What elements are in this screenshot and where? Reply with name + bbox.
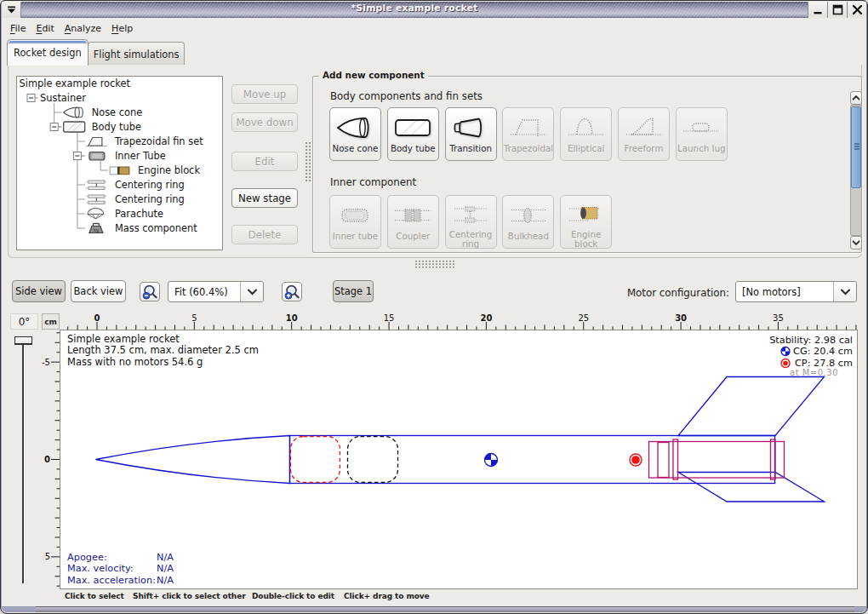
add-coupler-button[interactable]: Coupler: [387, 195, 439, 249]
svg-text:-5: -5: [42, 358, 50, 367]
status-hint: Click to select: [65, 592, 124, 600]
shock-cord-outline[interactable]: [348, 437, 398, 483]
scrollbar-down-button[interactable]: [850, 236, 862, 250]
tree-item-inner-tube[interactable]: Inner Tube: [73, 150, 165, 162]
motor-select-arrow[interactable]: [833, 282, 856, 301]
add-engine-block-button[interactable]: Engine block: [560, 195, 612, 249]
add-freeform-button[interactable]: Freeform: [618, 107, 670, 161]
svg-text:0: 0: [94, 313, 100, 323]
menu-edit[interactable]: Edit: [31, 20, 59, 37]
back-view-button[interactable]: Back view: [71, 280, 126, 302]
scrollbar-thumb[interactable]: [851, 106, 861, 188]
tab-flight-simulations[interactable]: Flight simulations: [88, 42, 186, 66]
cp-legend-icon: [781, 359, 790, 368]
flight-data-label: Max. velocity:: [67, 563, 134, 574]
stage-1-toggle[interactable]: Stage 1: [333, 280, 374, 302]
move-up-button[interactable]: Move up: [231, 84, 298, 104]
move-down-button[interactable]: Move down: [231, 112, 298, 132]
zoom-level-value: Fit (60.4%): [168, 282, 240, 301]
add-bulkhead-button[interactable]: Bulkhead: [502, 195, 554, 249]
zoom-level-select[interactable]: Fit (60.4%): [168, 281, 264, 302]
add-inner-tube-button[interactable]: Inner tube: [329, 195, 381, 249]
zoom-select-arrow[interactable]: [240, 282, 263, 301]
window-menu-button[interactable]: [2, 2, 21, 18]
rocket-view-canvas[interactable]: Simple example rocketLength 37.5 cm, max…: [60, 330, 858, 589]
chevron-down-icon: [852, 239, 860, 246]
tree-item-engine-block[interactable]: Engine block: [110, 164, 200, 176]
tree-item-nose-cone[interactable]: Nose cone: [64, 106, 143, 118]
fin-top-outline[interactable]: [678, 377, 825, 436]
add-elliptical-button[interactable]: Elliptical: [560, 107, 612, 161]
add-nose-cone-button[interactable]: Nose cone: [329, 107, 381, 161]
edit-button[interactable]: Edit: [231, 152, 298, 171]
tree-item-simple-example-rocket[interactable]: Simple example rocket: [20, 77, 131, 89]
tree-item-label: Engine block: [138, 164, 200, 176]
vertical-splitter-grip[interactable]: [305, 141, 311, 182]
svg-text:kg: kg: [94, 227, 99, 233]
centering-ring-outline[interactable]: [673, 439, 678, 479]
cp-marker: [630, 454, 642, 466]
mach-label: at M=0.30: [790, 368, 838, 377]
lug-component-icon: [680, 112, 722, 143]
tree-item-body-tube[interactable]: Body tube: [50, 121, 141, 133]
flight-data-label: Apogee:: [67, 552, 107, 563]
tree-item-centering-ring[interactable]: Centering ring: [86, 193, 185, 205]
tree-item-mass-component[interactable]: kgMass component: [89, 222, 197, 234]
nose-cone-outline[interactable]: [96, 436, 290, 484]
tree-item-sustainer[interactable]: Sustainer: [27, 92, 86, 104]
tab-rocket-design[interactable]: Rocket design: [7, 39, 89, 66]
add-transition-button[interactable]: Transition: [445, 107, 497, 161]
side-view-button[interactable]: Side view: [12, 280, 66, 302]
horizontal-splitter-grip[interactable]: [414, 260, 455, 268]
scrollbar-up-button[interactable]: [850, 91, 862, 105]
status-hint: Double-click to edit: [252, 592, 334, 600]
engine-block-outline[interactable]: [658, 443, 669, 478]
cg-value: CG: 20.4 cm: [793, 346, 853, 357]
delete-button[interactable]: Delete: [231, 225, 298, 244]
nose-component-icon: [334, 112, 377, 143]
tab-label: Rocket design: [14, 47, 82, 59]
free-component-icon: [623, 112, 665, 143]
add-launch-lug-button[interactable]: Launch lug: [676, 107, 728, 161]
zoom-in-button[interactable]: [282, 282, 302, 301]
tree-item-trapezoidal-fin-set[interactable]: Trapezoidal fin set: [86, 135, 203, 147]
close-button[interactable]: [847, 2, 866, 18]
engineblock-icon: [110, 167, 129, 175]
masscomponent-icon: kg: [89, 224, 103, 234]
zoom-out-button[interactable]: [140, 282, 160, 301]
rotation-slider-handle[interactable]: [14, 336, 32, 345]
motor-configuration-select[interactable]: [No motors]: [735, 281, 857, 302]
vertical-ruler: -505: [42, 330, 60, 589]
component-button-label: Inner tube: [333, 232, 378, 241]
fin-bottom-outline[interactable]: [678, 473, 825, 502]
minimize-button[interactable]: [808, 2, 827, 18]
menu-file[interactable]: File: [5, 20, 31, 37]
parachute-outline[interactable]: [291, 437, 340, 483]
add-trapezoidal-button[interactable]: Trapezoidal: [502, 107, 554, 161]
rotation-slider-track[interactable]: [22, 341, 24, 583]
tree-item-label: Sustainer: [40, 92, 86, 104]
design-info-line: Mass with no motors 54.6 g: [67, 356, 203, 368]
window-title: *Simple example rocket: [21, 3, 808, 14]
titlebar[interactable]: *Simple example rocket: [2, 2, 866, 18]
trans-component-icon: [449, 112, 492, 143]
svg-text:20: 20: [480, 313, 492, 323]
menu-analyze[interactable]: Analyze: [60, 20, 106, 37]
tree-item-parachute[interactable]: Parachute: [88, 208, 163, 220]
new-stage-button[interactable]: New stage: [231, 188, 298, 208]
svg-text:5: 5: [191, 313, 197, 323]
add-centering-ring-button[interactable]: Centering ring: [445, 195, 497, 249]
maximize-button[interactable]: [827, 2, 847, 18]
component-button-label: Centering ring: [446, 230, 496, 249]
tree-item-label: Centering ring: [115, 179, 185, 191]
menu-help[interactable]: Help: [106, 20, 138, 37]
component-scrollbar[interactable]: [850, 91, 862, 250]
add-body-tube-button[interactable]: Body tube: [387, 107, 439, 161]
centering-component-icon: [449, 200, 492, 229]
design-info-line: Length 37.5 cm, max. diameter 2.5 cm: [67, 344, 259, 356]
status-hint-bar: Click to selectShift+ click to select ot…: [1, 592, 867, 607]
scrollbar-track[interactable]: [850, 105, 862, 236]
body-tube-outline[interactable]: [290, 436, 775, 484]
tree-item-centering-ring[interactable]: Centering ring: [86, 179, 185, 191]
component-tree[interactable]: Simple example rocketSustainerNose coneB…: [16, 76, 223, 250]
